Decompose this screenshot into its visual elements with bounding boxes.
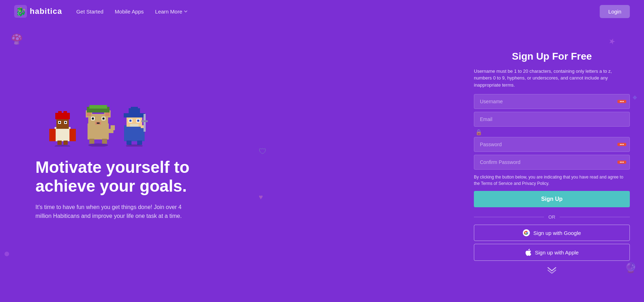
password-input[interactable] bbox=[474, 137, 630, 152]
scroll-chevron bbox=[547, 267, 557, 274]
apple-signup-button[interactable]: Sign up with Apple bbox=[474, 244, 630, 261]
svg-rect-33 bbox=[102, 139, 107, 144]
svg-point-34 bbox=[88, 143, 108, 147]
svg-rect-46 bbox=[144, 114, 146, 132]
svg-rect-42 bbox=[129, 120, 131, 122]
svg-rect-7 bbox=[58, 111, 62, 114]
character-2 bbox=[80, 104, 116, 147]
character-1 bbox=[47, 109, 78, 147]
navbar: 🐉 habitica Get Started Mobile Apps Learn… bbox=[0, 0, 644, 23]
svg-rect-43 bbox=[137, 120, 139, 122]
svg-point-15 bbox=[55, 145, 70, 147]
svg-rect-13 bbox=[57, 141, 62, 145]
svg-rect-32 bbox=[89, 139, 94, 144]
nav-learn-more[interactable]: Learn More bbox=[155, 9, 188, 15]
logo[interactable]: 🐉 habitica bbox=[14, 5, 62, 18]
hero-title: Motivate yourself to achieve your goals. bbox=[35, 158, 213, 196]
svg-rect-14 bbox=[63, 141, 68, 145]
svg-rect-39 bbox=[131, 107, 138, 110]
password-wrapper bbox=[474, 137, 630, 152]
svg-rect-8 bbox=[63, 111, 67, 114]
or-divider: OR bbox=[474, 214, 630, 220]
google-icon: G G bbox=[523, 229, 530, 236]
nav-get-started[interactable]: Get Started bbox=[76, 9, 103, 15]
svg-rect-4 bbox=[69, 129, 76, 141]
svg-text:🐉: 🐉 bbox=[16, 6, 26, 17]
chevron-down-icon bbox=[184, 9, 188, 13]
or-text: OR bbox=[548, 214, 555, 220]
google-signup-label: Sign up with Google bbox=[533, 230, 581, 236]
svg-rect-12 bbox=[65, 122, 66, 123]
or-line-left bbox=[474, 217, 544, 217]
svg-rect-3 bbox=[49, 129, 56, 141]
lock-icon: 🔒 bbox=[475, 129, 482, 136]
username-input[interactable] bbox=[474, 94, 630, 109]
svg-rect-31 bbox=[111, 125, 115, 130]
svg-rect-27 bbox=[102, 117, 105, 120]
signup-form: Sign Up For Free Username must be 1 to 2… bbox=[474, 51, 630, 274]
email-input[interactable] bbox=[474, 112, 630, 127]
svg-rect-48 bbox=[127, 141, 131, 145]
or-line-right bbox=[560, 217, 630, 217]
nav-links: Get Started Mobile Apps Learn More bbox=[76, 9, 600, 15]
hero-characters bbox=[46, 104, 438, 147]
svg-rect-29 bbox=[97, 122, 100, 124]
apple-signup-label: Sign up with Apple bbox=[535, 249, 578, 256]
svg-rect-49 bbox=[137, 141, 142, 145]
right-panel: Sign Up For Free Username must be 1 to 2… bbox=[460, 23, 644, 302]
svg-rect-2 bbox=[55, 127, 71, 141]
svg-rect-47 bbox=[141, 120, 148, 122]
hero-subtitle: It's time to have fun when you get thing… bbox=[35, 203, 198, 221]
confirm-password-wrapper bbox=[474, 155, 630, 170]
login-button[interactable]: Login bbox=[600, 5, 630, 18]
terms-text: By clicking the button below, you are in… bbox=[474, 174, 630, 187]
form-description: Username must be 1 to 20 characters, con… bbox=[474, 68, 630, 89]
nav-mobile-apps[interactable]: Mobile Apps bbox=[115, 9, 144, 15]
left-panel: Motivate yourself to achieve your goals.… bbox=[0, 23, 460, 302]
svg-rect-23 bbox=[89, 105, 107, 109]
google-signup-button[interactable]: G G Sign up with Google bbox=[474, 225, 630, 241]
logo-text: habitica bbox=[30, 7, 62, 16]
confirm-password-input[interactable] bbox=[474, 155, 630, 170]
username-wrapper bbox=[474, 94, 630, 109]
svg-rect-6 bbox=[55, 113, 70, 119]
email-wrapper bbox=[474, 112, 630, 127]
signup-button[interactable]: Sign Up bbox=[474, 191, 630, 207]
scroll-indicator bbox=[474, 267, 630, 274]
svg-rect-11 bbox=[59, 122, 60, 123]
apple-icon bbox=[525, 248, 531, 256]
form-title: Sign Up For Free bbox=[474, 51, 630, 62]
password-options-button[interactable] bbox=[617, 143, 626, 146]
confirm-password-options-button[interactable] bbox=[617, 161, 626, 164]
username-options-button[interactable] bbox=[617, 100, 626, 103]
logo-icon: 🐉 bbox=[14, 5, 27, 18]
lock-icon-wrapper: 🔒 bbox=[474, 129, 630, 136]
character-3 bbox=[119, 107, 150, 147]
svg-rect-26 bbox=[92, 117, 94, 120]
main-content: 🍄 ★ ● ◆ 🔮 🛡 ♥ bbox=[0, 23, 644, 302]
svg-rect-44 bbox=[130, 124, 139, 127]
